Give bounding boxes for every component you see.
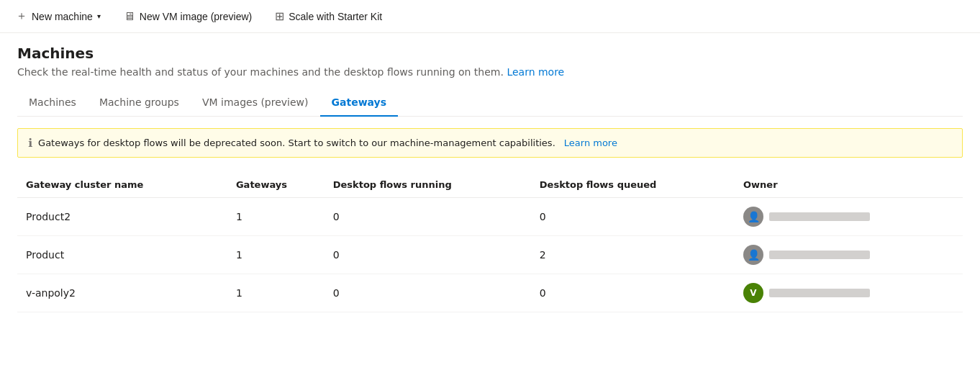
tab-gateways[interactable]: Gateways (320, 89, 399, 117)
scale-label: Scale with Starter Kit (289, 11, 382, 22)
col-header-gateways: Gateways (236, 172, 333, 198)
info-icon: ℹ (28, 136, 32, 150)
cell-flows-running: 0 (333, 274, 540, 312)
cell-gateways: 1 (236, 236, 333, 274)
new-vm-button[interactable]: 🖥 New VM image (preview) (119, 7, 256, 26)
owner-name (769, 212, 870, 221)
owner-name (769, 289, 870, 297)
table-header-row: Gateway cluster name Gateways Desktop fl… (17, 172, 963, 198)
table-row[interactable]: Product2100👤 (17, 198, 963, 236)
cell-cluster-name: v-anpoly2 (17, 274, 236, 312)
tabs-nav: Machines Machine groups VM images (previ… (17, 89, 963, 117)
tab-machines[interactable]: Machines (17, 89, 88, 117)
gateways-table: Gateway cluster name Gateways Desktop fl… (17, 172, 963, 312)
cell-flows-running: 0 (333, 236, 540, 274)
cell-cluster-name: Product (17, 236, 236, 274)
new-machine-label: New machine (32, 11, 93, 22)
person-icon: 👤 (748, 249, 760, 261)
page-content: Machines Check the real-time health and … (0, 33, 980, 324)
cell-gateways: 1 (236, 198, 333, 236)
new-machine-button[interactable]: ＋ New machine ▾ (12, 6, 105, 27)
tab-machine-groups[interactable]: Machine groups (88, 89, 191, 117)
notice-bar: ℹ Gateways for desktop flows will be dep… (17, 128, 963, 158)
table-row[interactable]: Product102👤 (17, 236, 963, 274)
cell-flows-queued: 0 (540, 198, 743, 236)
owner-name (769, 251, 870, 259)
monitor-icon: 🖥 (124, 10, 135, 23)
person-icon: 👤 (748, 211, 760, 222)
scale-button[interactable]: ⊞ Scale with Starter Kit (271, 6, 386, 26)
page-subtitle: Check the real-time health and status of… (17, 66, 963, 78)
new-vm-label: New VM image (preview) (140, 11, 252, 22)
col-header-flows-queued: Desktop flows queued (540, 172, 743, 198)
scale-icon: ⊞ (275, 9, 284, 23)
avatar: 👤 (743, 207, 763, 227)
toolbar: ＋ New machine ▾ 🖥 New VM image (preview)… (0, 0, 980, 33)
cell-owner: 👤 (743, 236, 963, 274)
col-header-name: Gateway cluster name (17, 172, 236, 198)
tab-vm-images[interactable]: VM images (preview) (191, 89, 320, 117)
cell-cluster-name: Product2 (17, 198, 236, 236)
plus-icon: ＋ (16, 9, 27, 24)
avatar: 👤 (743, 245, 763, 265)
subtitle-text: Check the real-time health and status of… (17, 66, 504, 78)
chevron-down-icon: ▾ (97, 12, 101, 20)
col-header-flows-running: Desktop flows running (333, 172, 540, 198)
cell-flows-running: 0 (333, 198, 540, 236)
cell-flows-queued: 2 (540, 236, 743, 274)
notice-text: Gateways for desktop flows will be depre… (38, 137, 555, 148)
subtitle-learn-more-link[interactable]: Learn more (507, 66, 564, 78)
cell-owner: V (743, 274, 963, 312)
notice-learn-more-link[interactable]: Learn more (564, 137, 617, 148)
page-title: Machines (17, 45, 963, 62)
cell-flows-queued: 0 (540, 274, 743, 312)
col-header-owner: Owner (743, 172, 963, 198)
cell-gateways: 1 (236, 274, 333, 312)
cell-owner: 👤 (743, 198, 963, 236)
table-row[interactable]: v-anpoly2100V (17, 274, 963, 312)
avatar: V (743, 283, 763, 303)
